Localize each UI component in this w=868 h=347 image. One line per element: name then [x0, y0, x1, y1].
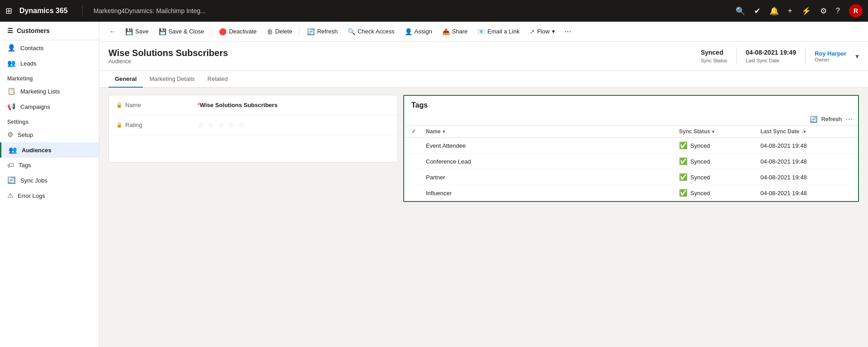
rating-field: 🔒 Rating ☆ ☆ ☆ ☆ ☆	[109, 115, 397, 135]
delete-label: Delete	[275, 28, 292, 35]
hamburger-icon[interactable]: ☰	[7, 27, 13, 34]
delete-button[interactable]: 🗑 Delete	[262, 25, 297, 38]
tags-refresh-icon[interactable]: 🔄	[810, 116, 817, 123]
refresh-button[interactable]: 🔄 Refresh	[302, 25, 342, 38]
sync-status-value: Synced	[701, 49, 723, 56]
sidebar-item-marketing-lists[interactable]: 📋 Marketing Lists	[0, 84, 99, 99]
sidebar-item-contacts[interactable]: 👤 Contacts	[0, 40, 99, 56]
email-link-icon: 📧	[477, 28, 485, 35]
checkmark-icon[interactable]: ✔	[754, 6, 760, 16]
row-name: Partner	[426, 174, 679, 181]
rating-stars[interactable]: ☆ ☆ ☆ ☆ ☆	[198, 121, 245, 129]
tags-more-icon[interactable]: ⋯	[845, 115, 853, 123]
table-row[interactable]: Partner ✅ Synced 04-08-2021 19:48	[404, 169, 858, 185]
synced-icon: ✅	[679, 141, 688, 150]
flow-chevron-icon: ▾	[552, 28, 555, 35]
setup-icon: ⚙	[7, 131, 13, 139]
tags-check-col: ✓	[411, 128, 426, 135]
page-title-area: Wise Solutions Subscribers Audience	[108, 48, 228, 65]
deactivate-button[interactable]: 🔴 Deactivate	[214, 25, 261, 38]
row-sync: ✅ Synced	[679, 173, 760, 181]
back-button[interactable]: ←	[105, 25, 120, 38]
form-empty-field	[109, 135, 397, 162]
tags-name-col-header[interactable]: Name ▾	[426, 128, 679, 135]
flow-button[interactable]: ↗ Flow ▾	[525, 25, 559, 38]
sync-sort-icon: ▾	[712, 129, 714, 134]
sidebar-section-settings: ⚙ Setup 👥 Audiences 🏷 Tags 🔄 Sync Jobs ⚠…	[0, 127, 99, 203]
row-name: Conference Lead	[426, 158, 679, 165]
share-button[interactable]: 📤 Share	[438, 25, 472, 38]
synced-icon: ✅	[679, 189, 688, 197]
audiences-icon: 👥	[9, 146, 17, 154]
marketing-section-title: Marketing	[0, 71, 99, 84]
app-grid-icon[interactable]: ⊞	[5, 6, 12, 16]
customers-section-header: Customers	[17, 27, 50, 34]
sidebar: ☰ Customers 👤 Contacts 👥 Leads Marketing…	[0, 22, 99, 347]
email-link-button[interactable]: 📧 Email a Link	[473, 25, 524, 38]
table-row[interactable]: Influencer ✅ Synced 04-08-2021 19:48	[404, 185, 858, 201]
tab-general[interactable]: General	[108, 71, 143, 88]
header-expand-icon[interactable]: ▾	[855, 52, 859, 61]
contacts-icon: 👤	[7, 44, 16, 52]
nav-icon-group: 🔍 ✔ 🔔 + ⚡ ⚙ ? R	[736, 4, 863, 18]
bell-icon[interactable]: 🔔	[769, 6, 779, 16]
rating-label: 🔒 Rating	[116, 122, 198, 128]
row-sync: ✅ Synced	[679, 141, 760, 150]
more-commands-icon[interactable]: ⋯	[561, 24, 575, 38]
row-date: 04-08-2021 19:48	[760, 190, 851, 197]
name-sort-icon: ▾	[443, 129, 445, 134]
tab-marketing-details[interactable]: Marketing Details	[143, 71, 201, 88]
row-date: 04-08-2021 19:48	[760, 174, 851, 181]
share-label: Share	[452, 28, 468, 35]
assign-button[interactable]: 👤 Assign	[400, 25, 437, 38]
table-row[interactable]: Conference Lead ✅ Synced 04-08-2021 19:4…	[404, 154, 858, 169]
tags-name-col-label: Name	[426, 128, 441, 135]
sidebar-item-tags[interactable]: 🏷 Tags	[0, 158, 99, 173]
page-header: Wise Solutions Subscribers Audience Sync…	[99, 42, 868, 71]
page-title: Wise Solutions Subscribers	[108, 48, 228, 58]
sidebar-item-error-logs[interactable]: ⚠ Error Logs	[0, 188, 99, 203]
tags-date-col-header[interactable]: Last Sync Date ↓▾	[760, 128, 851, 135]
command-bar: ← 💾 Save 💾 Save & Close 🔴 Deactivate 🗑 D…	[99, 22, 868, 42]
app-name: Marketing4Dynamics: Mailchimp Integ...	[94, 7, 206, 14]
cmd-separator	[211, 26, 212, 37]
sidebar-item-leads[interactable]: 👥 Leads	[0, 56, 99, 71]
tabs-bar: General Marketing Details Related	[99, 71, 868, 88]
last-sync-block: 04-08-2021 19:49 Last Sync Date	[746, 49, 796, 63]
check-access-label: Check Access	[358, 28, 395, 35]
save-close-button[interactable]: 💾 Save & Close	[154, 25, 209, 38]
refresh-icon: 🔄	[307, 28, 315, 35]
sidebar-item-audiences[interactable]: 👥 Audiences	[0, 142, 99, 158]
sidebar-item-label: Marketing Lists	[20, 88, 60, 95]
date-sort-icon: ↓▾	[801, 129, 806, 134]
sidebar-item-setup[interactable]: ⚙ Setup	[0, 127, 99, 142]
sidebar-item-sync-jobs[interactable]: 🔄 Sync Jobs	[0, 173, 99, 188]
check-access-button[interactable]: 🔍 Check Access	[343, 25, 399, 38]
tags-refresh-label[interactable]: Refresh	[821, 116, 842, 122]
leads-icon: 👥	[7, 59, 16, 67]
sidebar-section-customers: 👤 Contacts 👥 Leads	[0, 40, 99, 71]
search-icon[interactable]: 🔍	[736, 6, 745, 16]
owner-name[interactable]: Roy Harper	[815, 50, 846, 57]
sync-status-sub: Sync Status	[701, 58, 727, 63]
tab-related[interactable]: Related	[201, 71, 234, 88]
settings-icon[interactable]: ⚙	[820, 6, 827, 16]
brand-name: Dynamics 365	[19, 7, 68, 15]
synced-icon: ✅	[679, 157, 688, 165]
filter-icon[interactable]: ⚡	[802, 6, 811, 16]
table-row[interactable]: Event Attendee ✅ Synced 04-08-2021 19:48	[404, 138, 858, 154]
row-name: Event Attendee	[426, 142, 679, 149]
settings-section-title: Settings	[0, 114, 99, 127]
sidebar-item-campaigns[interactable]: 📢 Campaigns	[0, 99, 99, 114]
tags-sync-col-header[interactable]: Sync Status ▾	[679, 128, 760, 135]
user-avatar[interactable]: R	[849, 4, 863, 18]
help-icon[interactable]: ?	[836, 6, 840, 15]
page-header-right: Synced Sync Status 04-08-2021 19:49 Last…	[701, 47, 859, 65]
name-value[interactable]: Wise Solutions Subscribers	[200, 102, 390, 108]
tags-date-col-label: Last Sync Date	[760, 128, 799, 135]
save-label: Save	[135, 28, 149, 35]
owner-label: Owner	[815, 57, 846, 62]
save-button[interactable]: 💾 Save	[121, 25, 153, 38]
sidebar-item-label: Audiences	[22, 147, 52, 154]
add-icon[interactable]: +	[788, 6, 793, 15]
